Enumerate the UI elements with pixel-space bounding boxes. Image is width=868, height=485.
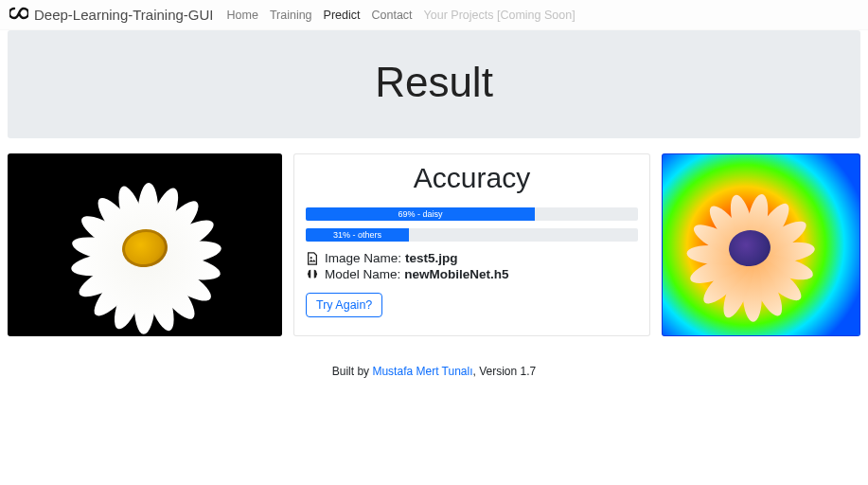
brand[interactable]: Deep-Learning-Training-GUI [9, 7, 214, 24]
try-again-button[interactable]: Try Again? [306, 293, 382, 317]
nav-contact[interactable]: Contact [365, 9, 417, 22]
footer-author-link[interactable]: Mustafa Mert Tunalı [372, 365, 472, 378]
accuracy-title: Accuracy [306, 162, 638, 194]
image-name-line: Image Name: test5.jpg [306, 251, 638, 265]
jumbotron: Result [8, 30, 860, 138]
footer-built-by: Built by [332, 365, 373, 378]
brain-icon [306, 268, 319, 281]
nav-training[interactable]: Training [264, 9, 318, 22]
infinity-icon [9, 7, 28, 24]
image-name-label: Image Name: [325, 251, 401, 265]
navbar: Deep-Learning-Training-GUI Home Training… [0, 0, 868, 30]
brand-label: Deep-Learning-Training-GUI [34, 7, 214, 23]
progress-others: 31% - others [306, 228, 638, 242]
accuracy-panel: Accuracy 69% - daisy 31% - others Image … [293, 153, 650, 336]
svg-point-0 [310, 257, 312, 259]
footer-version: , Version 1.7 [473, 365, 537, 378]
model-name-line: Model Name: newMobileNet.h5 [306, 267, 638, 281]
model-name-label: Model Name: [325, 267, 400, 281]
result-row: Accuracy 69% - daisy 31% - others Image … [0, 153, 868, 336]
heatmap-image [662, 153, 860, 336]
nav-projects: Your Projects [Coming Soon] [418, 9, 581, 22]
image-name-value: test5.jpg [405, 251, 458, 265]
page-title: Result [17, 59, 851, 106]
progress-bar-others: 31% - others [306, 228, 409, 242]
progress-bar-daisy: 69% - daisy [306, 207, 535, 221]
heatmap-daisy-illustration [663, 154, 859, 335]
progress-daisy: 69% - daisy [306, 207, 638, 221]
footer: Built by Mustafa Mert Tunalı, Version 1.… [0, 365, 868, 378]
model-name-value: newMobileNet.h5 [404, 267, 508, 281]
input-image [8, 153, 282, 336]
nav-home[interactable]: Home [221, 9, 264, 22]
nav-predict[interactable]: Predict [318, 9, 366, 22]
image-icon [306, 252, 319, 265]
daisy-illustration [9, 154, 281, 335]
nav-links: Home Training Predict Contact Your Proje… [221, 9, 581, 22]
